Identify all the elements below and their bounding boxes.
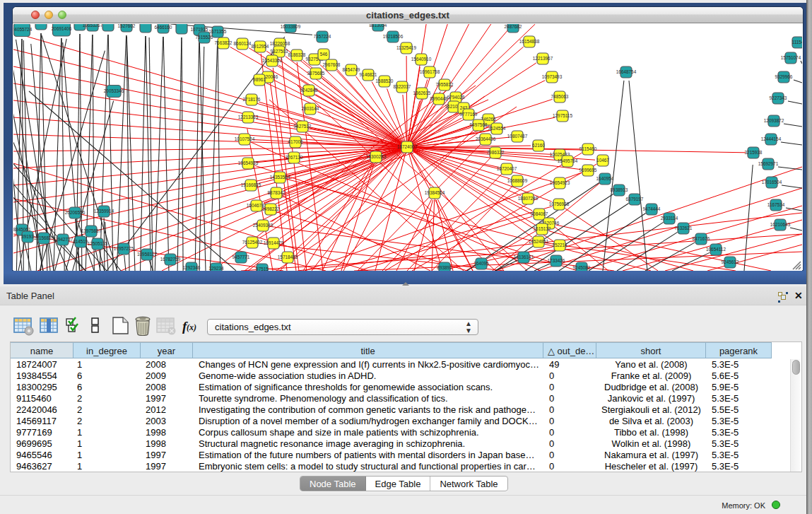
svg-text:16033809: 16033809: [281, 24, 301, 29]
svg-text:1527602: 1527602: [118, 24, 136, 28]
svg-text:18226058: 18226058: [270, 41, 290, 46]
svg-text:1671355: 1671355: [209, 29, 227, 34]
svg-text:20364436: 20364436: [476, 136, 496, 141]
svg-text:3215938: 3215938: [745, 150, 763, 155]
svg-text:10756928: 10756928: [549, 201, 570, 206]
svg-text:19218506: 19218506: [383, 34, 404, 39]
svg-text:8912954: 8912954: [252, 44, 269, 49]
svg-text:417006: 417006: [288, 139, 303, 144]
svg-text:15751074: 15751074: [781, 55, 801, 60]
svg-text:8938913: 8938913: [611, 187, 628, 192]
svg-text:1733426: 1733426: [548, 258, 565, 263]
svg-text:19654935: 19654935: [238, 160, 259, 165]
svg-text:14353584: 14353584: [270, 175, 290, 180]
svg-text:1615132: 1615132: [534, 226, 551, 231]
svg-text:1640954: 1640954: [596, 176, 614, 181]
svg-text:12213967: 12213967: [533, 56, 553, 61]
svg-text:(x): (x): [187, 322, 196, 332]
svg-text:17016504: 17016504: [762, 180, 782, 185]
svg-text:7485063: 7485063: [551, 94, 569, 99]
svg-text:16961758: 16961758: [420, 69, 440, 74]
svg-text:129234: 129234: [208, 266, 224, 271]
svg-text:1498222: 1498222: [262, 206, 280, 211]
svg-text:8813054: 8813054: [370, 24, 387, 28]
svg-text:3875685: 3875685: [307, 71, 325, 76]
svg-text:9245082: 9245082: [573, 265, 591, 270]
svg-text:9699695: 9699695: [579, 168, 597, 173]
svg-text:10654112: 10654112: [706, 247, 726, 252]
svg-text:39193: 39193: [21, 234, 34, 239]
svg-text:2967608: 2967608: [323, 62, 341, 67]
svg-text:11154: 11154: [792, 40, 802, 45]
svg-text:6794028: 6794028: [447, 95, 465, 100]
svg-text:10973493: 10973493: [542, 74, 563, 79]
svg-text:10807487: 10807487: [507, 134, 528, 139]
svg-text:7955812: 7955812: [436, 82, 454, 87]
svg-text:1071915: 1071915: [191, 27, 208, 32]
svg-text:15495784: 15495784: [558, 158, 578, 163]
svg-text:9115460: 9115460: [579, 146, 597, 151]
svg-text:12213363: 12213363: [238, 115, 259, 119]
svg-text:7663822: 7663822: [215, 40, 233, 45]
svg-text:8990448: 8990448: [430, 96, 448, 101]
svg-text:8660124: 8660124: [234, 41, 252, 46]
svg-text:9457771: 9457771: [233, 255, 250, 259]
svg-text:15720407: 15720407: [497, 166, 517, 171]
svg-text:9474444: 9474444: [643, 206, 661, 211]
svg-text:20053346: 20053346: [104, 88, 124, 93]
svg-text:17957275: 17957275: [114, 246, 134, 251]
svg-text:12444154: 12444154: [761, 136, 782, 141]
svg-text:20691406: 20691406: [52, 26, 72, 31]
svg-text:546: 546: [320, 52, 328, 57]
svg-text:16914479: 16914479: [264, 240, 284, 245]
svg-text:9777169: 9777169: [460, 112, 478, 117]
svg-text:11325419: 11325419: [396, 45, 416, 50]
svg-text:12942737: 12942737: [53, 237, 73, 242]
svg-text:7632621: 7632621: [675, 226, 693, 230]
svg-text:7357224: 7357224: [314, 34, 331, 39]
svg-text:9227343: 9227343: [770, 95, 787, 100]
svg-text:12156829: 12156829: [34, 235, 54, 240]
svg-text:1362615: 1362615: [413, 90, 431, 95]
svg-text:8322037: 8322037: [394, 84, 411, 89]
svg-text:8878342: 8878342: [268, 190, 286, 195]
svg-text:6379197: 6379197: [626, 197, 644, 201]
svg-text:9242848: 9242848: [300, 88, 318, 93]
svg-text:98961: 98961: [253, 77, 266, 82]
svg-text:13975887: 13975887: [81, 228, 102, 233]
svg-text:12359914: 12359914: [94, 209, 114, 214]
svg-text:6497568: 6497568: [470, 122, 488, 127]
svg-text:15300283: 15300283: [366, 154, 387, 159]
svg-text:12093872: 12093872: [764, 118, 784, 123]
svg-text:1292346: 1292346: [183, 265, 201, 270]
svg-text:18807249: 18807249: [518, 196, 539, 201]
svg-text:16210643: 16210643: [770, 222, 791, 227]
svg-text:7986322: 7986322: [487, 150, 505, 155]
svg-text:8454749: 8454749: [343, 67, 360, 72]
svg-text:97515: 97515: [256, 267, 269, 271]
svg-text:893891: 893891: [437, 265, 452, 270]
svg-text:3267130: 3267130: [286, 155, 303, 160]
svg-text:19384554: 19384554: [425, 190, 445, 195]
svg-text:1588520: 1588520: [376, 78, 394, 83]
svg-text:1167534: 1167534: [767, 202, 785, 207]
svg-text:12505135: 12505135: [88, 241, 108, 246]
svg-text:10653267: 10653267: [83, 24, 103, 28]
svg-text:25409349: 25409349: [253, 223, 273, 228]
svg-text:20206556: 20206556: [65, 210, 86, 215]
svg-text:15692971: 15692971: [758, 161, 779, 166]
svg-text:114519: 114519: [73, 239, 88, 244]
svg-text:76125402: 76125402: [242, 240, 263, 245]
svg-text:2487682: 2487682: [505, 24, 522, 29]
svg-text:2718176: 2718176: [243, 97, 261, 102]
svg-text:252214: 252214: [552, 243, 567, 247]
svg-text:8186328: 8186328: [288, 52, 306, 57]
svg-text:9146821: 9146821: [360, 72, 377, 77]
svg-text:24055724: 24055724: [13, 27, 33, 32]
svg-text:10107534: 10107534: [235, 136, 255, 141]
svg-text:8471676: 8471676: [693, 236, 710, 241]
svg-text:9245612: 9245612: [722, 259, 739, 264]
svg-text:9327503: 9327503: [271, 49, 288, 54]
svg-text:16782759: 16782759: [160, 257, 181, 262]
svg-text:15640910: 15640910: [411, 57, 432, 62]
